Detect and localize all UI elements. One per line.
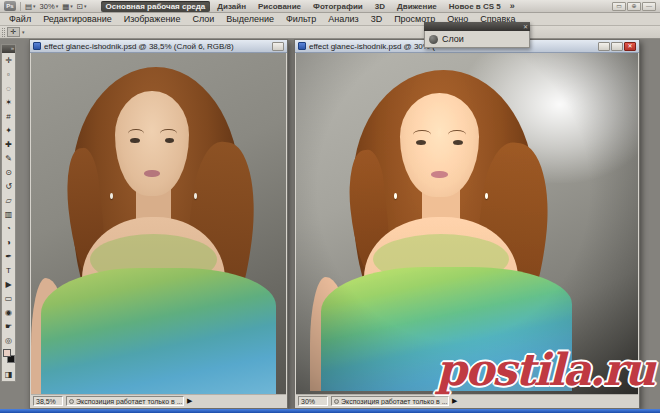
subject-top <box>41 268 276 394</box>
dodge-tool[interactable]: ◑ <box>2 235 15 249</box>
layers-icon <box>429 35 438 44</box>
status-bar: 30% Экспозиция работает только в ... ▶ <box>296 394 638 407</box>
tools-panel-header[interactable]: » <box>2 45 15 53</box>
subject-face <box>115 91 189 197</box>
color-swatches[interactable] <box>2 348 15 366</box>
history-brush-tool[interactable]: ↺ <box>2 179 15 193</box>
canvas-before[interactable] <box>31 53 286 394</box>
maximize-window-button[interactable] <box>611 42 623 51</box>
view-extras-button[interactable]: ▤ ▾ <box>25 2 36 11</box>
photo-before <box>31 53 286 394</box>
menu-item[interactable]: 3D <box>365 14 389 24</box>
workspace-button[interactable]: 3D <box>370 1 390 12</box>
chevron-down-icon: ▾ <box>33 3 36 9</box>
quick-mask-button[interactable]: ◨ <box>2 367 15 381</box>
window-titlebar[interactable]: effect glanec-ishodnik.psd @ 38,5% (Слой… <box>30 40 287 53</box>
psd-file-icon <box>33 42 41 50</box>
menu-item[interactable]: Редактирование <box>37 14 118 24</box>
move-tool[interactable]: ✛ <box>2 53 15 67</box>
menu-item[interactable]: Анализ <box>322 14 364 24</box>
status-text: Экспозиция работает только в ... <box>76 398 183 405</box>
taskbar-edge <box>0 409 660 413</box>
separator <box>20 2 21 11</box>
move-tool-icon: ✛ <box>7 27 20 37</box>
subject-eye <box>165 138 175 143</box>
status-text-field: Экспозиция работает только в ... <box>66 396 184 406</box>
workspace-button[interactable]: Дизайн <box>212 1 251 12</box>
zoom-field[interactable]: 30% <box>298 396 328 406</box>
subject-earring <box>110 193 113 199</box>
status-menu-arrow[interactable]: ▶ <box>452 397 457 405</box>
path-selection-tool[interactable]: ▶ <box>2 277 15 291</box>
shape-tool[interactable]: ▭ <box>2 291 15 305</box>
minimize-window-button[interactable] <box>598 42 610 51</box>
type-tool[interactable]: T <box>2 263 15 277</box>
close-icon[interactable]: ✕ <box>523 24 528 30</box>
foreground-color-swatch[interactable] <box>3 349 11 357</box>
canvas-after[interactable] <box>296 53 638 394</box>
gradient-tool[interactable]: ▥ <box>2 207 15 221</box>
tools-list: ✛▫◌✶#✦✚✎⊙↺▱▥◔◑✒T▶▭◉☛◎ <box>2 53 15 347</box>
menu-bar: ФайлРедактированиеИзображениеСлоиВыделен… <box>0 13 660 26</box>
workspace-button[interactable]: Рисование <box>253 1 306 12</box>
layers-panel-floating: ✕ Слои <box>424 22 530 48</box>
clone-stamp-tool[interactable]: ⊙ <box>2 165 15 179</box>
workspace-button[interactable]: Новое в CS 5 <box>444 1 506 12</box>
arrange-documents-button[interactable]: ▦ ▾ <box>62 2 73 11</box>
workspace-overflow-button[interactable]: » <box>510 1 515 11</box>
brush-tool[interactable]: ✎ <box>2 151 15 165</box>
options-bar: ✛ ▾ <box>0 26 660 39</box>
rectangular-marquee-tool[interactable]: ▫ <box>2 67 15 81</box>
close-window-button[interactable]: ✕ <box>624 42 636 51</box>
drag-grip-icon <box>2 28 5 37</box>
app-window-control-button[interactable]: ▭ <box>612 2 626 11</box>
screen-mode-button[interactable]: ⊡ ▾ <box>77 2 87 11</box>
pen-tool[interactable]: ✒ <box>2 249 15 263</box>
subject-lips <box>144 170 160 177</box>
zoom-level-value: 30% <box>40 2 55 11</box>
status-menu-arrow[interactable]: ▶ <box>187 397 192 405</box>
window-title: effect glanec-ishodnik.psd @ 38,5% (Слой… <box>44 42 269 51</box>
chevron-down-icon: ▾ <box>84 3 87 9</box>
eyedropper-tool[interactable]: ✦ <box>2 123 15 137</box>
app-window-controls: ▭⊕— <box>612 2 656 11</box>
view-extras-icon: ▤ <box>25 2 32 11</box>
blur-tool[interactable]: ◔ <box>2 221 15 235</box>
lasso-tool[interactable]: ◌ <box>2 81 15 95</box>
photo-after <box>296 53 638 394</box>
menu-item[interactable]: Фильтр <box>280 14 322 24</box>
chevron-down-icon: ▾ <box>22 29 25 35</box>
window-buttons <box>272 42 284 51</box>
quick-selection-tool[interactable]: ✶ <box>2 95 15 109</box>
workspace-button[interactable]: Фотографии <box>308 1 368 12</box>
layers-panel-tab[interactable]: Слои <box>424 31 530 48</box>
minimize-window-button[interactable] <box>272 42 284 51</box>
layers-panel-label: Слои <box>442 34 464 44</box>
status-text-field: Экспозиция работает только в ... <box>331 396 449 406</box>
layers-panel-titlebar[interactable]: ✕ <box>424 22 530 31</box>
menu-item[interactable]: Изображение <box>118 14 187 24</box>
vignette-effect <box>296 53 638 394</box>
subject-eye <box>130 138 140 143</box>
menu-item[interactable]: Файл <box>3 14 37 24</box>
crop-tool[interactable]: # <box>2 109 15 123</box>
workspace-button[interactable]: Движение <box>392 1 442 12</box>
workspace-button[interactable]: Основная рабочая среда <box>101 1 211 12</box>
3d-rotate-tool[interactable]: ◉ <box>2 305 15 319</box>
app-window-control-button[interactable]: — <box>642 2 656 11</box>
zoom-tool[interactable]: ◎ <box>2 333 15 347</box>
hand-tool[interactable]: ☛ <box>2 319 15 333</box>
menu-item[interactable]: Выделение <box>220 14 280 24</box>
healing-brush-tool[interactable]: ✚ <box>2 137 15 151</box>
document-window-before: effect glanec-ishodnik.psd @ 38,5% (Слой… <box>29 39 288 409</box>
app-window-control-button[interactable]: ⊕ <box>627 2 641 11</box>
chevron-down-icon: ▾ <box>70 3 73 9</box>
zoom-field[interactable]: 38,5% <box>33 396 63 406</box>
zoom-level-button[interactable]: 30% ▾ <box>40 2 59 11</box>
arrange-documents-icon: ▦ <box>62 2 69 11</box>
status-icon <box>69 399 74 404</box>
menu-item[interactable]: Слои <box>186 14 220 24</box>
eraser-tool[interactable]: ▱ <box>2 193 15 207</box>
screen-mode-icon: ⊡ <box>77 2 83 11</box>
status-text: Экспозиция работает только в ... <box>341 398 448 405</box>
